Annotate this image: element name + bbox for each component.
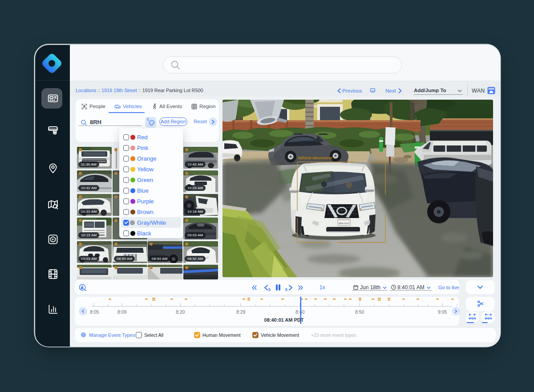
svg-text:08:40:01 AM PDT: 08:40:01 AM PDT (264, 317, 304, 323)
svg-text:8:40: 8:40 (295, 309, 305, 315)
svg-text:8:05: 8:05 (90, 309, 99, 315)
svg-text:Vehicle Movement: Vehicle Movement (298, 156, 332, 160)
svg-text:8:20: 8:20 (176, 309, 185, 315)
svg-text:8:09: 8:09 (117, 309, 127, 315)
svg-text:9:05: 9:05 (438, 309, 447, 315)
svg-text:8RHJ307: 8RHJ307 (338, 222, 350, 225)
svg-text:8:29: 8:29 (236, 309, 246, 315)
svg-text:8:50: 8:50 (355, 309, 364, 315)
